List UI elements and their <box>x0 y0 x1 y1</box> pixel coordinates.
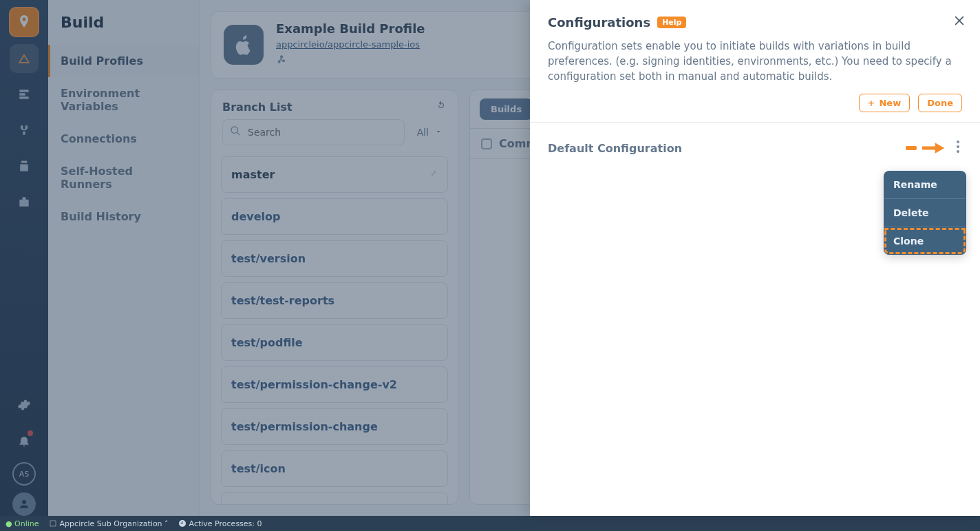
nav-settings-icon[interactable] <box>10 391 39 419</box>
submenu-item[interactable]: Self-Hosted Runners <box>48 155 199 200</box>
refresh-icon[interactable] <box>436 100 447 114</box>
branch-search[interactable] <box>222 119 405 145</box>
platform-apple-icon <box>224 25 264 65</box>
nav-enterprise-icon[interactable] <box>10 187 39 216</box>
nav-rail: AS <box>0 0 48 516</box>
profile-info: Example Build Profile appcircleio/appcir… <box>276 21 425 68</box>
chevron-down-icon <box>434 127 443 138</box>
drawer-description: Configuration sets enable you to initiat… <box>530 39 980 94</box>
help-badge[interactable]: Help <box>657 17 686 28</box>
branch-panel: Branch List All masterdeveloptest/versio… <box>211 90 458 505</box>
branch-search-input[interactable] <box>246 126 397 138</box>
pin-icon <box>428 168 438 181</box>
branch-filter-label: All <box>417 127 429 138</box>
branch-item[interactable]: test/version <box>221 240 448 277</box>
branch-list: masterdeveloptest/versiontest/test-repor… <box>211 151 458 504</box>
new-button-label: New <box>879 98 901 108</box>
submenu-item[interactable]: Build Profiles <box>48 45 199 77</box>
svg-point-2 <box>957 150 959 153</box>
nav-store-icon[interactable] <box>10 152 39 180</box>
branch-item[interactable]: master <box>221 156 448 193</box>
org-avatar-badge[interactable]: AS <box>12 462 36 486</box>
menu-clone[interactable]: Clone <box>884 227 966 255</box>
config-drawer: Configurations Help Configuration sets e… <box>530 0 980 516</box>
drawer-title: Configurations <box>548 15 650 30</box>
status-online: ● Online <box>6 519 39 528</box>
branch-item[interactable]: test/podfile <box>221 324 448 361</box>
status-org[interactable]: Appcircle Sub Organization ˄ <box>49 519 169 528</box>
tab-builds[interactable]: Builds <box>480 98 533 120</box>
done-button-label: Done <box>927 98 953 108</box>
profile-title: Example Build Profile <box>276 21 425 36</box>
config-context-menu: Rename Delete Clone <box>884 171 966 255</box>
profile-repo-link[interactable]: appcircleio/appcircle-sample-ios <box>276 39 420 50</box>
nav-test-icon[interactable] <box>10 80 39 109</box>
branch-item[interactable]: test/icon <box>221 450 448 487</box>
config-row[interactable]: Default Configuration <box>530 123 980 174</box>
hint-arrow <box>906 140 946 156</box>
branch-filter-dropdown[interactable]: All <box>413 119 447 145</box>
svg-point-0 <box>957 140 959 143</box>
brand-logo <box>9 7 39 37</box>
select-all-checkbox[interactable] <box>481 138 492 149</box>
config-row-menu-button[interactable] <box>954 138 962 158</box>
svg-point-1 <box>957 145 959 148</box>
branch-item[interactable]: test/permission-change-v2 <box>221 366 448 403</box>
branch-item[interactable]: develop <box>221 198 448 235</box>
user-avatar-icon[interactable] <box>12 492 36 516</box>
nav-build-icon[interactable] <box>10 44 39 73</box>
submenu-item[interactable]: Connections <box>48 123 199 155</box>
search-icon <box>230 125 241 139</box>
branch-item[interactable]: test/test-reports <box>221 282 448 319</box>
nav-dist-icon[interactable] <box>10 116 39 145</box>
branch-item[interactable]: test/permission-change <box>221 408 448 445</box>
plus-icon: + <box>868 98 875 108</box>
menu-delete[interactable]: Delete <box>884 199 966 227</box>
webhook-icon <box>276 54 425 68</box>
menu-rename[interactable]: Rename <box>884 171 966 199</box>
app-root: AS Build Build ProfilesEnvironment Varia… <box>0 0 980 516</box>
nav-notifications-icon[interactable] <box>10 426 39 455</box>
submenu: Build Build ProfilesEnvironment Variable… <box>48 0 200 516</box>
status-bar: ● Online Appcircle Sub Organization ˄ Ac… <box>0 516 980 531</box>
branch-item[interactable]: test/firebase <box>221 492 448 504</box>
close-icon[interactable] <box>952 14 966 30</box>
status-processes[interactable]: Active Processes: 0 <box>178 519 262 528</box>
section-title: Build <box>48 0 199 45</box>
submenu-item[interactable]: Build History <box>48 200 199 233</box>
submenu-item[interactable]: Environment Variables <box>48 77 199 123</box>
config-row-name: Default Configuration <box>548 142 682 155</box>
branch-panel-title: Branch List <box>222 101 292 114</box>
new-config-button[interactable]: +New <box>859 94 910 112</box>
done-button[interactable]: Done <box>918 94 962 112</box>
